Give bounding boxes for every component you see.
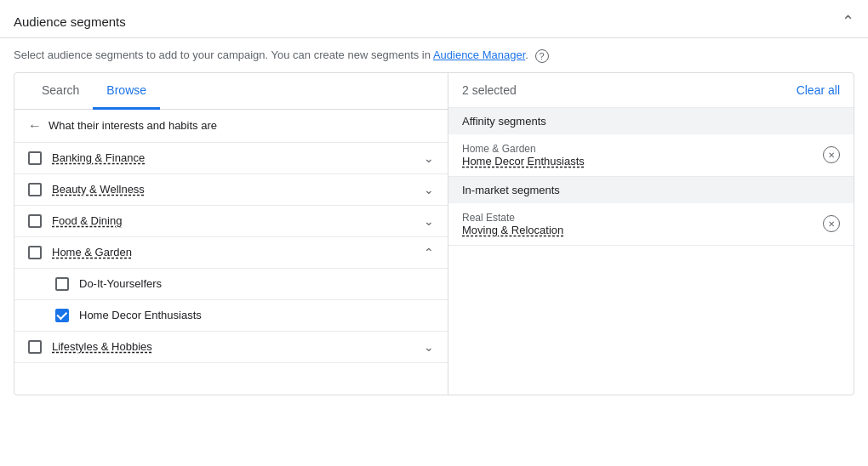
item-label-home-garden: Home & Garden xyxy=(52,246,424,259)
main-content: Search Browse ← What their interests and… xyxy=(14,72,854,395)
item-label-lifestyles: Lifestyles & Hobbies xyxy=(52,340,424,353)
right-panel: 2 selected Clear all Affinity segments H… xyxy=(448,73,854,395)
audience-manager-link[interactable]: Audience Manager xyxy=(433,48,525,61)
category-list: Banking & Finance ⌄ Beauty & Wellness ⌄ … xyxy=(14,143,448,395)
back-arrow-icon[interactable]: ← xyxy=(28,118,42,134)
item-label-food: Food & Dining xyxy=(52,214,424,227)
breadcrumb-text: What their interests and habits are xyxy=(49,119,217,132)
item-label-diy: Do-It-Yourselfers xyxy=(79,277,434,290)
tabs-bar: Search Browse xyxy=(14,73,448,110)
left-panel: Search Browse ← What their interests and… xyxy=(14,73,448,395)
checkbox-lifestyles[interactable] xyxy=(28,340,42,354)
list-item[interactable]: Banking & Finance ⌄ xyxy=(14,143,448,174)
checkbox-banking[interactable] xyxy=(28,151,42,165)
right-panel-header: 2 selected Clear all xyxy=(448,73,854,108)
chevron-lifestyles[interactable]: ⌄ xyxy=(424,340,434,354)
item-label-home-decor: Home Decor Enthusiasts xyxy=(79,309,434,321)
selected-item-name: Home Decor Enthusiasts xyxy=(462,155,823,168)
item-label-beauty: Beauty & Wellness xyxy=(52,183,424,196)
selected-item-name: Moving & Relocation xyxy=(462,224,823,236)
selected-item: Real Estate Moving & Relocation xyxy=(448,203,854,246)
item-label-banking: Banking & Finance xyxy=(52,151,424,164)
chevron-banking[interactable]: ⌄ xyxy=(424,151,434,165)
list-item[interactable]: Home & Garden ⌃ xyxy=(14,237,448,269)
remove-home-decor-button[interactable] xyxy=(823,146,840,163)
tab-search[interactable]: Search xyxy=(28,73,93,110)
clear-all-button[interactable]: Clear all xyxy=(797,83,840,97)
checkbox-beauty[interactable] xyxy=(28,183,42,196)
selected-item-text: Home & Garden Home Decor Enthusiasts xyxy=(462,143,823,168)
selected-item: Home & Garden Home Decor Enthusiasts xyxy=(448,134,854,177)
section-header-inmarket: In-market segments xyxy=(448,177,854,203)
remove-moving-button[interactable] xyxy=(823,215,840,232)
chevron-beauty[interactable]: ⌄ xyxy=(424,183,434,196)
list-item[interactable]: Food & Dining ⌄ xyxy=(14,206,448,237)
chevron-home-garden[interactable]: ⌃ xyxy=(424,246,434,259)
list-item[interactable]: Beauty & Wellness ⌄ xyxy=(14,174,448,206)
checkbox-food[interactable] xyxy=(28,214,42,228)
checkbox-home-decor[interactable] xyxy=(55,309,69,322)
collapse-icon[interactable]: ⌃ xyxy=(842,12,854,31)
checkbox-diy[interactable] xyxy=(55,277,69,291)
selected-item-category: Real Estate xyxy=(462,212,823,224)
checkbox-home-garden[interactable] xyxy=(28,246,42,259)
breadcrumb-row: ← What their interests and habits are xyxy=(14,110,448,143)
section-header-affinity: Affinity segments xyxy=(448,108,854,134)
selected-item-category: Home & Garden xyxy=(462,143,823,155)
chevron-food[interactable]: ⌄ xyxy=(424,214,434,228)
sub-list-item[interactable]: Home Decor Enthusiasts xyxy=(14,300,448,332)
selected-count: 2 selected xyxy=(462,83,517,97)
panel-header: Audience segments ⌃ xyxy=(0,0,868,38)
panel-title: Audience segments xyxy=(14,14,126,29)
subtitle-bar: Select audience segments to add to your … xyxy=(0,38,868,72)
tab-browse[interactable]: Browse xyxy=(93,73,160,110)
list-item[interactable]: Lifestyles & Hobbies ⌄ xyxy=(14,332,448,363)
help-icon[interactable]: ? xyxy=(535,49,549,63)
sub-list-item[interactable]: Do-It-Yourselfers xyxy=(14,269,448,300)
subtitle-text: Select audience segments to add to your … xyxy=(14,48,431,61)
selected-item-text: Real Estate Moving & Relocation xyxy=(462,212,823,236)
